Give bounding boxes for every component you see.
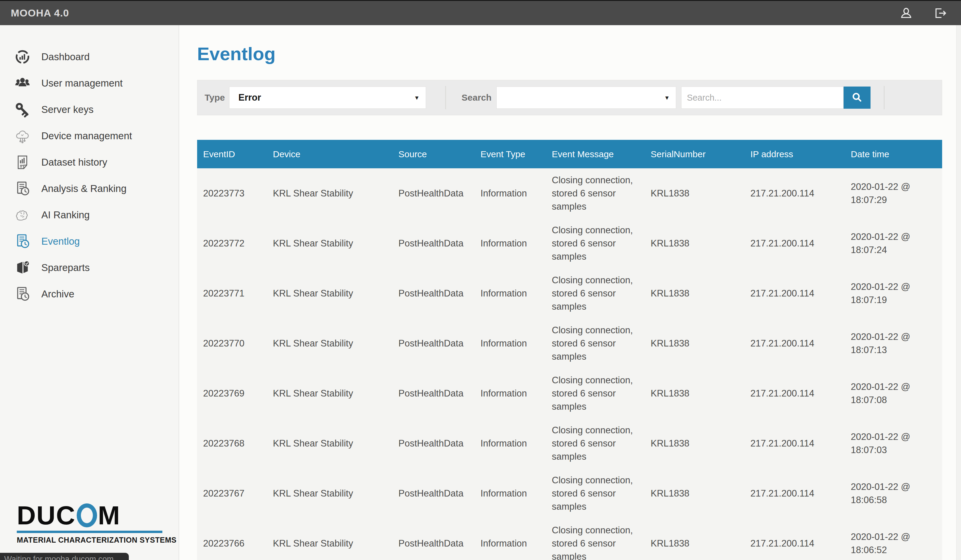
ducom-logo-word: DUCM [17,502,162,529]
column-header-source: Source [392,140,474,168]
sidebar-item-ai-ranking[interactable]: AI Ranking [0,202,178,228]
vertical-scrollbar[interactable] [956,25,961,560]
cell-date: 2020-01-22 @ 18:07:29 [845,168,942,218]
type-label: Type [205,93,225,103]
cell-date: 2020-01-22 @ 18:07:13 [845,318,942,368]
sidebar-item-eventlog[interactable]: Eventlog [0,228,178,255]
table-row: 20223771KRL Shear StabilityPostHealthDat… [197,268,942,318]
sidebar-item-user-management[interactable]: User management [0,70,178,96]
cell-serial: KRL1838 [644,518,744,560]
cell-message: Closing connection, stored 6 sensor samp… [546,318,644,368]
search-input[interactable] [681,87,844,109]
logout-icon[interactable] [933,6,947,20]
cell-serial: KRL1838 [644,218,744,268]
topbar: MOOHA 4.0 [0,0,961,25]
cell-ip: 217.21.200.114 [744,469,845,518]
column-header-date-time: Date time [845,140,942,168]
column-header-event-type: Event Type [474,140,546,168]
sidebar-item-analysis-ranking[interactable]: Analysis & Ranking [0,175,178,202]
cell-event-id: 20223773 [197,168,267,218]
cell-serial: KRL1838 [644,318,744,368]
topbar-icons [899,6,947,20]
sidebar-item-label: Server keys [41,104,93,115]
filter-bar: Type Error ▼ Search ▼ [197,80,942,115]
sidebar-item-label: User management [41,77,122,89]
cloud-circuit-icon [14,128,31,144]
sidebar-item-label: Device management [41,130,132,142]
doc-chart-icon [14,154,31,170]
cell-event-type: Information [474,218,546,268]
ducom-logo: DUCM MATERIAL CHARACTERIZATION SYSTEMS [17,502,162,544]
cell-date: 2020-01-22 @ 18:07:03 [845,418,942,469]
sidebar-item-dataset-history[interactable]: Dataset history [0,149,178,175]
dashboard-chart-icon [14,49,31,65]
cell-event-type: Information [474,368,546,418]
cell-ip: 217.21.200.114 [744,168,845,218]
cell-date: 2020-01-22 @ 18:06:52 [845,518,942,560]
user-icon[interactable] [899,6,913,20]
cell-message: Closing connection, stored 6 sensor samp… [546,268,644,318]
cell-ip: 217.21.200.114 [744,518,845,560]
cell-device: KRL Shear Stability [267,368,392,418]
sidebar-item-label: Eventlog [41,236,80,247]
cell-message: Closing connection, stored 6 sensor samp… [546,469,644,518]
column-header-ip-address: IP address [744,140,845,168]
sidebar-item-server-keys[interactable]: Server keys [0,96,178,123]
cell-event-type: Information [474,318,546,368]
cell-serial: KRL1838 [644,168,744,218]
cell-event-type: Information [474,168,546,218]
cell-source: PostHealthData [392,268,474,318]
cell-event-id: 20223772 [197,218,267,268]
cell-device: KRL Shear Stability [267,518,392,560]
cell-event-id: 20223767 [197,469,267,518]
cell-device: KRL Shear Stability [267,418,392,469]
cell-source: PostHealthData [392,168,474,218]
eventlog-table: EventIDDeviceSourceEvent TypeEvent Messa… [197,140,942,560]
cell-source: PostHealthData [392,418,474,469]
cell-event-id: 20223766 [197,518,267,560]
cell-source: PostHealthData [392,518,474,560]
cell-date: 2020-01-22 @ 18:07:08 [845,368,942,418]
cell-message: Closing connection, stored 6 sensor samp… [546,418,644,469]
cell-message: Closing connection, stored 6 sensor samp… [546,518,644,560]
cell-device: KRL Shear Stability [267,268,392,318]
sidebar-item-dashboard[interactable]: Dashboard [0,44,178,70]
sidebar-item-label: Archive [41,288,74,300]
table-row: 20223773KRL Shear StabilityPostHealthDat… [197,168,942,218]
brain-icon [14,207,31,223]
cell-source: PostHealthData [392,218,474,268]
cell-date: 2020-01-22 @ 18:07:19 [845,268,942,318]
cell-source: PostHealthData [392,318,474,368]
sidebar-item-archive[interactable]: Archive [0,281,178,307]
type-select[interactable]: Error ▼ [229,87,426,109]
doc-clock-icon [14,181,31,197]
type-select-value: Error [238,92,261,103]
cell-source: PostHealthData [392,469,474,518]
cell-event-id: 20223769 [197,368,267,418]
main-content: Eventlog Type Error ▼ Search ▼ [179,25,961,560]
search-field-select[interactable]: ▼ [497,87,676,109]
app-title: MOOHA 4.0 [11,7,69,19]
cell-event-id: 20223768 [197,418,267,469]
cell-device: KRL Shear Stability [267,168,392,218]
page-title: Eventlog [197,43,961,64]
cell-event-type: Information [474,469,546,518]
cell-ip: 217.21.200.114 [744,318,845,368]
search-button[interactable] [844,87,871,109]
box-check-icon [14,260,31,276]
cell-event-type: Information [474,268,546,318]
filter-divider [445,86,446,109]
column-header-eventid: EventID [197,140,267,168]
cell-serial: KRL1838 [644,418,744,469]
cell-date: 2020-01-22 @ 18:06:58 [845,469,942,518]
caret-down-icon: ▼ [664,95,670,101]
sidebar-item-spareparts[interactable]: Spareparts [0,255,178,281]
cell-ip: 217.21.200.114 [744,268,845,318]
key-icon [14,101,31,118]
sidebar-item-label: Analysis & Ranking [41,183,126,194]
cell-event-id: 20223770 [197,318,267,368]
cell-device: KRL Shear Stability [267,218,392,268]
cell-ip: 217.21.200.114 [744,368,845,418]
cell-message: Closing connection, stored 6 sensor samp… [546,368,644,418]
sidebar-item-device-management[interactable]: Device management [0,123,178,149]
